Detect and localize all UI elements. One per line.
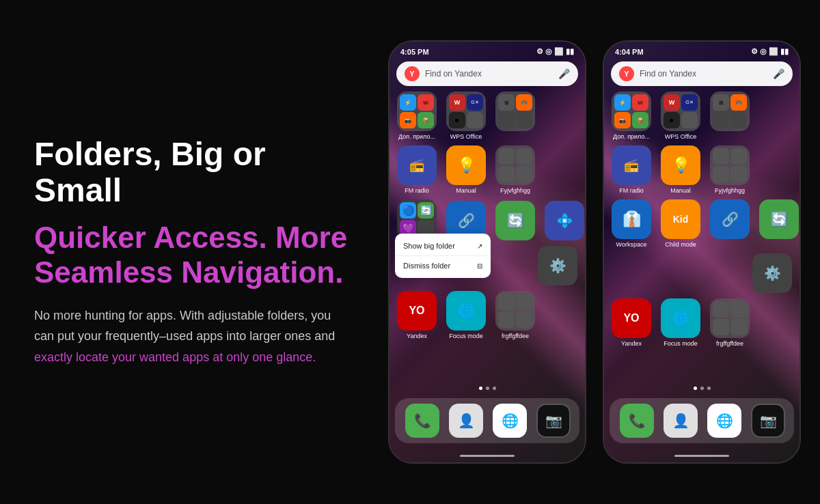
app-row-4-right: YO Yandex 🌐 Focus mode	[610, 298, 794, 347]
folder-2-label-left: WPS Office	[450, 133, 482, 140]
yandex-logo-left: Y	[405, 66, 420, 81]
app-grid-left: ⚡ W 📷 📦 Доп. прило... W G✕	[390, 92, 585, 384]
nav-bar-right	[604, 449, 800, 462]
folder-2-left[interactable]: W G✕ ⏺ WPS Office	[444, 92, 488, 140]
manual-left[interactable]: 💡 Manual	[444, 145, 488, 194]
search-text-right: Find on Yandex	[640, 69, 767, 79]
pagination-dots-right	[604, 387, 800, 390]
app-row-2-right: 📻 FM radio 💡 Manual	[610, 145, 794, 194]
search-bar-right[interactable]: Y Find on Yandex 🎤	[611, 61, 793, 86]
yandex-app-right[interactable]: YO Yandex	[610, 298, 653, 347]
app-grid-right: ⚡ W 📷 📦 Доп. прило... W G✕ ⏺	[604, 92, 800, 384]
phones-container: 4:05 PM ⚙ ◎ ⬜ ▮▮ Y Find on Yandex 🎤	[383, 40, 820, 464]
status-time-left: 4:05 PM	[400, 48, 429, 56]
accent-title: Quicker Access. More Seamless Navigation…	[34, 221, 348, 290]
yandex-label-right: Yandex	[621, 340, 642, 347]
row3-app4-right[interactable]: 🔄	[757, 199, 800, 248]
pagination-dots-left	[390, 387, 585, 390]
yandex-app-left[interactable]: YO Yandex	[395, 291, 439, 339]
main-title: Folders, Big or Small	[34, 137, 348, 209]
dismiss-folder-item[interactable]: Dismiss folder ⊟	[395, 256, 491, 275]
phone-dock-left[interactable]: 📞	[400, 404, 444, 438]
yandex-label-left: Yandex	[407, 333, 427, 339]
gear-app-right[interactable]: ⚙️	[750, 253, 794, 293]
manual-label-right: Manual	[670, 187, 691, 194]
battery-icon-right: ▮▮	[780, 47, 789, 56]
folder-1-right[interactable]: ⚡ W 📷 📦 Доп. прило...	[610, 92, 653, 140]
app-row-3-left: 🔵 🔄 💜 Show big folder ↗	[395, 199, 579, 240]
nav-line-right	[674, 455, 729, 457]
phone-right: 4:04 PM ⚙ ◎ ⬜ ▮▮ Y Find on Yandex 🎤	[603, 40, 801, 464]
folder-2-label-right: WPS Office	[665, 133, 696, 140]
child-mode-label: Child mode	[665, 241, 696, 248]
desc-text-1: No more hunting for apps. With adjustabl…	[34, 309, 335, 344]
camera-dock-left[interactable]: 📷	[532, 404, 575, 438]
folder-3-left[interactable]: ⊞ 🎮	[493, 92, 537, 140]
workspace-app[interactable]: 👔 Workspace	[610, 199, 653, 248]
nav-line-left	[460, 455, 515, 457]
search-text-left: Find on Yandex	[425, 69, 553, 79]
screenshot-icon: ⬜	[554, 47, 564, 56]
fyjv-right[interactable]: Fyjvfghhgg	[708, 145, 752, 194]
status-icons-right: ⚙ ◎ ⬜ ▮▮	[751, 47, 789, 56]
status-bar-left: 4:05 PM ⚙ ◎ ⬜ ▮▮	[390, 42, 585, 59]
dock-left: 📞 👤 🌐 📷	[395, 398, 579, 443]
location-icon-right: ◎	[760, 47, 767, 56]
focus-mode-left[interactable]: 🌐 Focus mode	[444, 291, 488, 339]
description: No more hunting for apps. With adjustabl…	[34, 305, 348, 368]
contacts-dock-left[interactable]: 👤	[444, 404, 488, 438]
search-bar-left[interactable]: Y Find on Yandex 🎤	[396, 61, 578, 86]
folder-1-left[interactable]: ⚡ W 📷 📦 Доп. прило...	[395, 92, 439, 140]
settings-icon: ⚙	[536, 47, 543, 56]
gear-app-left[interactable]: ⚙️	[536, 246, 579, 285]
app-row-1-left: ⚡ W 📷 📦 Доп. прило... W G✕	[395, 92, 579, 140]
camera-dock-right[interactable]: 📷	[746, 404, 790, 438]
app-row-2-left: 📻 FM radio 💡 Manual	[395, 145, 579, 194]
context-menu-left: Show big folder ↗ Dismiss folder ⊟	[395, 234, 491, 278]
status-bar-right: 4:04 PM ⚙ ◎ ⬜ ▮▮	[604, 42, 800, 59]
chrome-dock-right[interactable]: 🌐	[702, 404, 746, 438]
row3-app3-left[interactable]: 🔄	[493, 201, 537, 240]
phone-dock-right[interactable]: 📞	[615, 404, 659, 438]
show-big-folder-item[interactable]: Show big folder ↗	[395, 236, 491, 256]
focus-mode-right[interactable]: 🌐 Focus mode	[659, 298, 702, 347]
fm-radio-left[interactable]: 📻 FM radio	[395, 145, 439, 194]
frgff-right[interactable]: frgffgffdee	[708, 298, 752, 347]
app-row-3b-right: ⚙️	[610, 253, 794, 293]
child-mode-app[interactable]: Kid Child mode	[659, 199, 702, 248]
folder-1-label-left: Доп. прило...	[398, 133, 435, 140]
dot-1-left	[479, 387, 482, 390]
contacts-dock-right[interactable]: 👤	[659, 404, 702, 438]
fyjv-left[interactable]: Fyjvfghhgg	[493, 145, 537, 194]
left-panel: Folders, Big or Small Quicker Access. Mo…	[0, 109, 383, 395]
focus-label-left: Focus mode	[449, 333, 483, 339]
desc-text-highlight: exactly locate your wanted apps at only …	[34, 350, 316, 364]
dismiss-icon: ⊟	[477, 262, 482, 270]
mic-icon-left: 🎤	[558, 68, 570, 79]
chrome-dock-left[interactable]: 🌐	[488, 404, 532, 438]
manual-label-left: Manual	[456, 187, 476, 194]
fm-radio-right[interactable]: 📻 FM radio	[610, 145, 653, 194]
dot-1-right	[694, 387, 697, 390]
frgff-label-left: frgffgffdee	[502, 333, 529, 339]
spacer-left	[543, 92, 579, 140]
frgff-label-right: frgffgffdee	[716, 340, 743, 347]
dot-3-right	[707, 387, 711, 390]
row3-app4-left[interactable]: 💠	[543, 201, 585, 240]
phone-left: 4:05 PM ⚙ ◎ ⬜ ▮▮ Y Find on Yandex 🎤	[388, 40, 586, 464]
status-icons-left: ⚙ ◎ ⬜ ▮▮	[536, 47, 574, 56]
status-time-right: 4:04 PM	[615, 48, 644, 56]
fyjv-label-left: Fyjvfghhgg	[500, 187, 530, 194]
frgff-left[interactable]: frgffgffdee	[493, 291, 537, 339]
workspace-label: Workspace	[616, 241, 647, 248]
manual-right[interactable]: 💡 Manual	[659, 145, 702, 194]
folder-2-right[interactable]: W G✕ ⏺ WPS Office	[659, 92, 702, 140]
fyjv-label-right: Fyjvfghhgg	[715, 187, 745, 194]
screenshot-icon-right: ⬜	[769, 47, 778, 56]
focus-label-right: Focus mode	[664, 340, 698, 347]
app-row-1-right: ⚡ W 📷 📦 Доп. прило... W G✕ ⏺	[610, 92, 794, 140]
big-folder-left[interactable]: 🔵 🔄 💜 Show big folder ↗	[395, 199, 439, 239]
row3-app3-right[interactable]: 🔗	[708, 199, 752, 248]
dock-right: 📞 👤 🌐 📷	[610, 398, 794, 443]
folder-3-right[interactable]: ⊞ 🎮	[708, 92, 752, 140]
